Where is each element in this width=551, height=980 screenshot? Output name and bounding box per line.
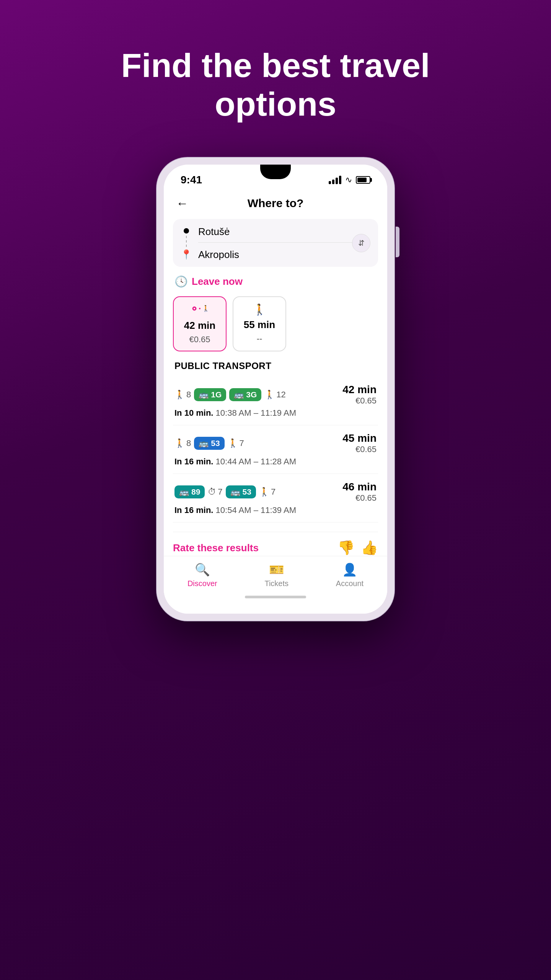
bus-badge-3g: 🚌 3G	[229, 388, 261, 401]
walk-icon: 🚶	[174, 438, 185, 448]
destination-field[interactable]: Akropolis	[198, 248, 370, 261]
bus-badge-1g: 🚌 1G	[194, 388, 226, 401]
walk-count-3a: 7	[218, 487, 222, 497]
route-1-price: €0.65	[342, 396, 377, 406]
transit-tab-icon: 🚶	[192, 303, 207, 317]
phone-frame-wrapper: 9:41 ∿ ← Where to?	[157, 158, 394, 621]
walk-leg-1a: 🚶 8	[174, 390, 191, 400]
headline: Find the best travel options	[83, 46, 468, 123]
nav-discover-label: Discover	[187, 579, 217, 588]
svg-text:🚶: 🚶	[202, 305, 207, 312]
walk-count-3b: 7	[271, 487, 276, 497]
route-3-duration: 46 min	[342, 481, 377, 493]
thumbs-up-button[interactable]: 👍	[361, 540, 378, 556]
bus-number-89: 89	[191, 487, 200, 497]
tab-walk-time: 55 min	[244, 319, 275, 331]
app-header: ← Where to?	[164, 189, 387, 216]
tab-walk-price: --	[257, 334, 262, 344]
walk-icon: 🚶	[174, 390, 185, 400]
route-fields[interactable]: Rotušė Akropolis	[198, 225, 370, 261]
bus-icon: 🚌	[234, 390, 244, 399]
bus-badge-89: 🚌 89	[174, 485, 205, 498]
battery-icon	[356, 176, 370, 184]
account-icon: 👤	[342, 562, 357, 577]
route-2-legs: 🚶 8 🚌 53 🚶 7	[174, 437, 244, 450]
tickets-icon: 🎫	[269, 562, 284, 577]
walk-icon: 🚶	[228, 438, 238, 448]
bus-badge-53a: 🚌 53	[194, 437, 224, 450]
route-results: 🚶 8 🚌 1G 🚌 3G	[164, 377, 387, 523]
transport-tabs: 🚶 42 min €0.65 🚶 55 min --	[164, 293, 387, 358]
bus-number-1g: 1G	[211, 390, 222, 399]
rate-label: Rate these results	[173, 542, 259, 554]
bus-icon: 🚌	[199, 439, 209, 448]
bottom-nav: 🔍 Discover 🎫 Tickets 👤 Account	[164, 556, 387, 591]
tab-transit-time: 42 min	[184, 320, 215, 332]
svg-point-1	[194, 308, 195, 309]
destination-pin-icon: 📍	[181, 249, 192, 260]
walk-count-2b: 7	[240, 438, 244, 448]
wifi-icon: ∿	[345, 175, 352, 185]
route-item-1[interactable]: 🚶 8 🚌 1G 🚌 3G	[173, 377, 378, 425]
route-line	[186, 236, 187, 247]
walk-leg-2a: 🚶 8	[174, 438, 191, 448]
route-1-time: In 10 min. 10:38 AM – 11:19 AM	[174, 408, 296, 418]
route-icons: 📍	[181, 225, 192, 261]
route-3-time: In 16 min. 10:54 AM – 11:39 AM	[174, 505, 296, 515]
bus-icon: 🚌	[230, 487, 240, 497]
leave-now[interactable]: 🕓 Leave now	[164, 270, 387, 293]
walk-count-1b: 12	[276, 390, 285, 400]
status-time: 9:41	[181, 174, 202, 186]
tab-transit[interactable]: 🚶 42 min €0.65	[173, 296, 227, 351]
bus-icon: 🚌	[179, 487, 189, 497]
nav-account[interactable]: 👤 Account	[336, 562, 364, 588]
phone-screen: 9:41 ∿ ← Where to?	[164, 165, 387, 614]
section-header: PUBLIC TRANSPORT	[164, 358, 387, 377]
route-3-legs: 🚌 89 ⏱ 7 🚌 53	[174, 485, 276, 498]
origin-field[interactable]: Rotušė	[198, 225, 370, 243]
home-bar	[245, 596, 306, 598]
nav-tickets[interactable]: 🎫 Tickets	[264, 562, 289, 588]
bus-number-53b: 53	[243, 487, 251, 497]
route-item-2[interactable]: 🚶 8 🚌 53 🚶 7	[173, 425, 378, 474]
route-1-duration: 42 min	[342, 384, 377, 396]
swap-button[interactable]: ⇵	[352, 234, 370, 252]
signal-icon	[329, 176, 341, 184]
route-2-time: In 16 min. 10:44 AM – 11:28 AM	[174, 457, 296, 467]
route-1-legs: 🚶 8 🚌 1G 🚌 3G	[174, 388, 286, 401]
route-2-price: €0.65	[342, 444, 377, 454]
rate-buttons: 👎 👍	[337, 540, 378, 556]
thumbs-down-button[interactable]: 👎	[337, 540, 355, 556]
headline-line1: Find the best travel	[121, 46, 430, 84]
tab-transit-price: €0.65	[189, 335, 210, 345]
status-bar: 9:41 ∿	[164, 165, 387, 189]
nav-discover[interactable]: 🔍 Discover	[187, 562, 217, 588]
headline-line2: options	[215, 85, 336, 123]
walk-icon: 🚶	[264, 390, 275, 400]
status-icons: ∿	[329, 175, 370, 185]
svg-point-2	[199, 308, 201, 309]
phone-frame: 9:41 ∿ ← Where to?	[157, 158, 394, 621]
route-inputs: 📍 Rotušė Akropolis ⇵	[173, 219, 378, 267]
tab-walk[interactable]: 🚶 55 min --	[233, 296, 286, 351]
walk-count-2a: 8	[186, 438, 191, 448]
walk-leg-3b: 🚶 7	[259, 487, 276, 497]
walk-leg-2b: 🚶 7	[228, 438, 244, 448]
back-button[interactable]: ←	[176, 196, 188, 211]
notch	[260, 165, 291, 179]
leave-now-label: Leave now	[192, 276, 243, 287]
route-item-3[interactable]: 🚌 89 ⏱ 7 🚌 53	[173, 474, 378, 523]
walk-leg-3a: ⏱ 7	[208, 487, 222, 497]
bus-number-53a: 53	[211, 439, 220, 448]
route-3-price: €0.65	[342, 493, 377, 503]
app-content: ← Where to? 📍 Rotušė Akropolis ⇵	[164, 189, 387, 614]
nav-account-label: Account	[336, 579, 364, 588]
rate-section: Rate these results 👎 👍	[173, 532, 378, 556]
bus-icon: 🚌	[199, 390, 209, 399]
origin-dot	[184, 228, 189, 234]
nav-tickets-label: Tickets	[264, 579, 289, 588]
wait-icon: ⏱	[208, 487, 216, 497]
header-title: Where to?	[248, 197, 304, 210]
walk-count-1a: 8	[186, 390, 191, 400]
bus-number-3g: 3G	[246, 390, 257, 399]
